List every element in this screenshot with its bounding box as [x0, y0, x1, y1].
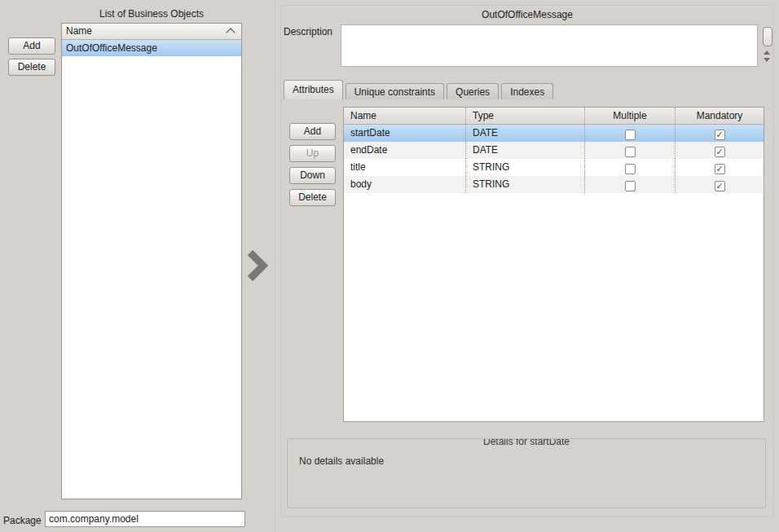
right-arrow-icon	[247, 250, 268, 281]
attributes-table-header: Name Type Multiple Mandatory	[344, 108, 764, 125]
details-message: No details available	[299, 455, 765, 467]
delete-business-object-button[interactable]: Delete	[8, 59, 55, 76]
description-scrollbar[interactable]	[762, 27, 772, 66]
table-row[interactable]: title STRING	[344, 159, 764, 176]
move-up-attribute-button[interactable]: Up	[289, 145, 336, 162]
attribute-type-cell: DATE	[465, 142, 584, 159]
business-object-title: OutOfOfficeMessage	[280, 9, 774, 20]
multiple-checkbox[interactable]	[625, 130, 636, 140]
multiple-checkbox[interactable]	[625, 147, 636, 157]
multiple-checkbox[interactable]	[625, 164, 636, 174]
attribute-name-cell: title	[344, 159, 465, 176]
tab-indexes[interactable]: Indexes	[501, 83, 553, 99]
mandatory-checkbox[interactable]	[715, 164, 725, 174]
list-column-header-name[interactable]: Name	[62, 24, 241, 40]
add-attribute-button[interactable]: Add	[289, 123, 336, 140]
details-title: Details for startDate	[288, 438, 765, 447]
add-business-object-button[interactable]: Add	[8, 37, 55, 55]
column-header-type[interactable]: Type	[465, 108, 584, 124]
table-row[interactable]: body STRING	[344, 176, 764, 193]
mandatory-checkbox[interactable]	[715, 181, 725, 191]
scroll-up-icon[interactable]	[764, 51, 770, 55]
delete-attribute-button[interactable]: Delete	[289, 189, 336, 206]
mandatory-checkbox[interactable]	[715, 147, 725, 157]
move-down-attribute-button[interactable]: Down	[289, 167, 336, 184]
chevron-up-icon	[226, 28, 235, 37]
attribute-type-cell: DATE	[465, 125, 584, 142]
attribute-name-cell: body	[344, 176, 465, 193]
tab-unique-constraints[interactable]: Unique constraints	[345, 83, 444, 99]
scrollbar-thumb[interactable]	[763, 27, 772, 46]
column-header-mandatory[interactable]: Mandatory	[675, 108, 764, 124]
attribute-name-cell: endDate	[344, 142, 465, 159]
package-input[interactable]	[45, 511, 245, 527]
column-header-multiple[interactable]: Multiple	[584, 108, 675, 124]
attributes-table: Name Type Multiple Mandatory startDate D…	[343, 107, 764, 422]
description-label: Description	[284, 26, 332, 37]
package-label: Package	[3, 515, 42, 526]
description-textarea[interactable]	[341, 24, 758, 67]
detail-tabs: Attributes Unique constraints Queries In…	[284, 80, 553, 99]
multiple-checkbox[interactable]	[625, 181, 636, 191]
business-object-editor-window: Add Delete List of Business Objects Name…	[0, 0, 779, 532]
attribute-type-cell: STRING	[465, 176, 584, 193]
table-row[interactable]: startDate DATE	[344, 125, 764, 142]
column-header-name[interactable]: Name	[344, 108, 465, 124]
business-objects-list: Name OutOfOfficeMessage	[61, 23, 242, 499]
attribute-details-frame: Details for startDate No details availab…	[287, 438, 766, 508]
mandatory-checkbox[interactable]	[715, 130, 725, 140]
scroll-down-icon[interactable]	[764, 58, 770, 62]
panel-divider	[275, 0, 275, 532]
table-row[interactable]: endDate DATE	[344, 142, 764, 159]
list-header-label: Name	[66, 25, 92, 37]
attribute-name-cell: startDate	[344, 125, 465, 142]
attribute-type-cell: STRING	[465, 159, 584, 176]
list-item[interactable]: OutOfOfficeMessage	[62, 40, 241, 56]
business-objects-list-title: List of Business Objects	[61, 8, 242, 20]
tab-attributes[interactable]: Attributes	[284, 80, 343, 99]
tab-queries[interactable]: Queries	[447, 83, 499, 99]
